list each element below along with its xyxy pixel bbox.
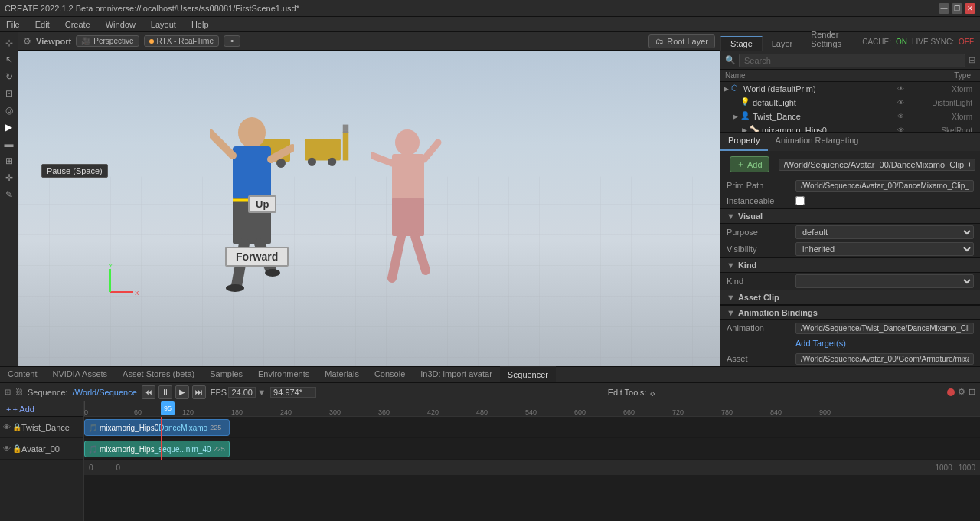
play-button[interactable]: ▶ [2,120,17,135]
tab-nvidia-assets[interactable]: NVIDIA Assets [45,365,116,382]
tree-row-hips0[interactable]: ▶ 🦴 mixamorig_Hips0 👁 SkelRoot [720,123,980,132]
maximize-button[interactable]: ❐ [952,3,962,14]
seq-time-input[interactable] [270,387,316,398]
seq-track-twistdance[interactable]: 👁 🔒 Twist_Dance [0,417,83,438]
cursor-button[interactable]: ✛ [2,170,17,185]
viewport-extra-button[interactable]: ⚬ [224,35,240,47]
fps-input[interactable] [228,387,256,398]
tree-label-world: World (defaultPrim) [743,84,897,93]
prim-path-field[interactable] [795,180,974,192]
menu-window[interactable]: Window [103,18,139,31]
tree-vis-twistdance[interactable]: 👁 [897,113,908,120]
root-layer-button[interactable]: 🗂 Root Layer [648,34,715,48]
prim-path-input[interactable] [779,159,975,171]
svg-line-26 [424,143,438,159]
seq-add-track-button[interactable]: + + Add [3,403,38,415]
seq-timeline[interactable]: 0 60 95 120 180 240 300 360 420 480 540 … [84,401,980,521]
tab-in3d[interactable]: In3D: import avatar [413,365,500,382]
rotate-tool-button[interactable]: ↻ [2,69,17,84]
render-mode-button[interactable]: RTX - Real-Time [144,35,219,47]
add-target-button[interactable]: Add Target(s) [795,339,846,348]
menu-create[interactable]: Create [62,18,93,31]
fps-dropdown-icon[interactable]: ▼ [257,388,266,397]
seq-track-avatar00[interactable]: 👁 🔒 Avatar_00 [0,438,83,460]
move-tool-button[interactable]: ↖ [2,52,17,67]
menu-edit[interactable]: Edit [32,18,53,31]
tab-property[interactable]: Property [720,133,768,151]
ruler-mark-240: 240 [280,408,292,416]
tree-vis-world[interactable]: 👁 [897,85,908,93]
menu-help[interactable]: Help [188,18,212,31]
perspective-mode-button[interactable]: 🎥 Perspective [76,35,139,47]
scale-tool-button[interactable]: ⊡ [2,86,17,101]
seq-expand-icon[interactable]: ⊞ [969,387,975,397]
purpose-dropdown[interactable]: default [795,225,974,239]
viewport-canvas[interactable]: X Y Up Forward Pause (Space) [18,51,720,366]
close-button[interactable]: ✕ [965,3,975,14]
playhead-flag: 95 [161,401,175,415]
tree-row-world[interactable]: ▶ ⬡ World (defaultPrim) 👁 Xform [720,82,980,96]
snap-button[interactable]: ⊞ [2,153,17,169]
tab-animation-retargeting[interactable]: Animation Retargeting [768,133,867,151]
track-twistdance-eye[interactable]: 👁 [3,423,11,431]
tree-row-defaultlight[interactable]: 💡 defaultLight 👁 DistantLight [720,96,980,110]
clip-twistdance-sublabel: DanceMixamo [158,424,207,432]
visual-section-header[interactable]: ▼ Visual [720,208,980,224]
seq-settings-icon[interactable]: ⚙ [958,387,965,397]
seq-path[interactable]: /World/Sequence [73,388,137,397]
clip-twistdance-num: 225 [210,424,221,431]
timeline-button[interactable]: ▬ [2,136,17,152]
tree-vis-defaultlight[interactable]: 👁 [897,99,908,106]
asset-field[interactable] [795,353,974,365]
window-controls[interactable]: — ❐ ✕ [939,3,975,14]
minimize-button[interactable]: — [939,3,949,14]
tree-row-twistdance[interactable]: ▶ 👤 Twist_Dance 👁 Xform [720,110,980,123]
asset-clip-section-header[interactable]: ▼ Asset Clip [720,290,980,305]
menu-file[interactable]: File [3,18,23,31]
tab-materials[interactable]: Materials [317,365,367,382]
kind-section-header[interactable]: ▼ Kind [720,257,980,273]
seq-clip-twistdance[interactable]: 🎵 mixamorig_Hips0 DanceMixamo 225 [84,419,230,436]
tree-type-twistdance: Xform [908,113,977,121]
tab-render-settings[interactable]: Render Settings [802,27,862,51]
paint-button[interactable]: ✎ [2,187,17,202]
tab-console[interactable]: Console [367,365,413,382]
visibility-dropdown[interactable]: inherited [795,242,974,256]
viewport-settings-icon[interactable]: ⚙ [23,36,31,47]
seq-next-button[interactable]: ⏭ [192,385,206,399]
instanceable-checkbox[interactable] [795,196,805,205]
prop-tabs: Property Animation Retargeting [720,133,980,151]
track-avatar00-lock[interactable]: 🔒 [12,444,21,453]
add-property-button[interactable]: ＋ Add [730,156,769,172]
tab-sequencer[interactable]: Sequencer [500,365,556,382]
select-tool-button[interactable]: ⊹ [2,35,17,51]
sync-status: OFF [959,38,974,46]
animation-field[interactable] [795,323,974,334]
filter-icon[interactable]: ⊞ [969,55,975,65]
instanceable-row: Instanceable [720,193,980,208]
seq-pause-button[interactable]: ⏸ [158,385,172,399]
seq-clip-avatar00[interactable]: 🎵 mixamorig_Hips _seque...nim_40 225 [84,441,230,457]
axes-svg: X Y [103,261,141,300]
tab-asset-stores[interactable]: Asset Stores (beta) [115,365,202,382]
seq-prev-button[interactable]: ⏮ [142,385,155,399]
seq-record-button[interactable] [947,388,955,396]
edit-tools-icon[interactable]: ⬦ [649,386,655,398]
track-avatar00-eye[interactable]: 👁 [3,444,11,453]
animation-bindings-section-header[interactable]: ▼ Animation Bindings [720,305,980,320]
tree-vis-hips0[interactable]: 👁 [897,126,908,132]
tab-content[interactable]: Content [0,365,45,382]
search-input[interactable] [739,54,965,67]
kind-dropdown[interactable] [795,274,974,288]
menu-layout[interactable]: Layout [148,18,179,31]
seq-play-button[interactable]: ▶ [175,385,189,399]
track-twistdance-lock[interactable]: 🔒 [12,423,21,431]
camera-button[interactable]: ◎ [2,103,17,118]
tab-layer[interactable]: Layer [763,36,802,51]
forklift-right [294,116,351,169]
tab-samples[interactable]: Samples [202,365,250,382]
tab-stage[interactable]: Stage [720,36,763,51]
ruler-mark-720: 720 [672,408,684,416]
ruler-mark-360: 360 [378,408,390,416]
tab-environments[interactable]: Environments [250,365,317,382]
